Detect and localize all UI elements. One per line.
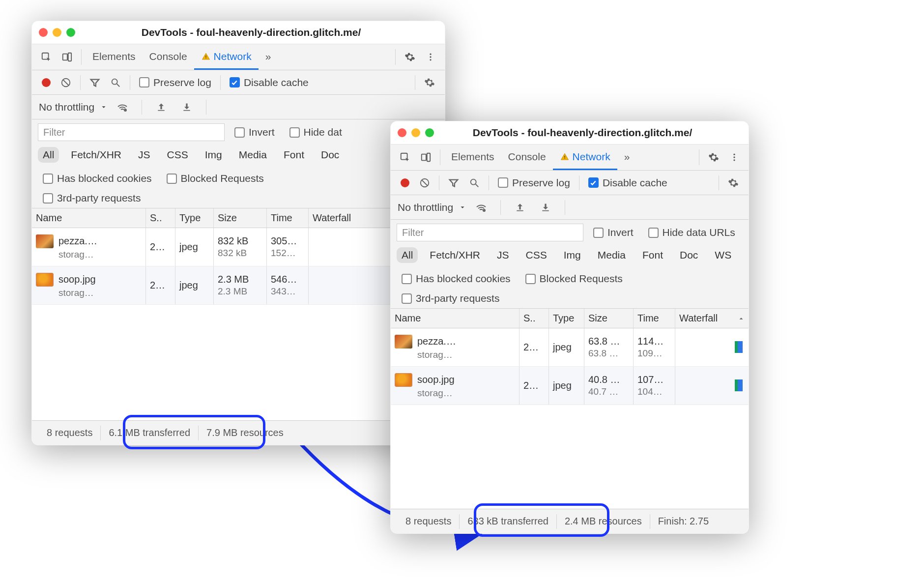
tab-console[interactable]: Console — [501, 145, 553, 170]
filter-input[interactable] — [397, 224, 583, 241]
pill-media[interactable]: Media — [593, 247, 631, 263]
col-size[interactable]: Size — [584, 309, 634, 328]
tab-overflow[interactable]: » — [617, 145, 637, 170]
pill-fetch[interactable]: Fetch/XHR — [425, 247, 485, 263]
zoom-window-icon[interactable] — [425, 128, 434, 137]
titlebar: DevTools - foul-heavenly-direction.glitc… — [391, 121, 749, 145]
search-icon[interactable] — [466, 175, 483, 191]
filter-icon[interactable] — [87, 74, 103, 91]
pill-js[interactable]: JS — [492, 247, 514, 263]
svg-rect-2 — [68, 53, 71, 61]
inspect-element-icon[interactable] — [37, 48, 55, 66]
col-type[interactable]: Type — [549, 309, 584, 328]
pill-css[interactable]: CSS — [162, 147, 193, 163]
filter-input[interactable] — [38, 123, 225, 141]
tab-network[interactable]: Network — [553, 145, 617, 170]
third-party-checkbox[interactable]: 3rd-party requests — [43, 192, 141, 204]
traffic-lights[interactable] — [398, 128, 434, 137]
status-transferred: 6.1 MB transferred — [101, 427, 198, 438]
pill-img[interactable]: Img — [559, 247, 586, 263]
close-window-icon[interactable] — [398, 128, 406, 137]
status-bar: 8 requests 633 kB transferred 2.4 MB res… — [391, 509, 749, 533]
filter-icon[interactable] — [445, 175, 462, 191]
throttling-select[interactable]: No throttling — [39, 101, 107, 113]
record-button-icon[interactable] — [42, 78, 51, 87]
traffic-lights[interactable] — [39, 28, 75, 37]
hide-data-urls-checkbox[interactable]: Hide dat — [289, 126, 342, 138]
col-status[interactable]: S.. — [520, 309, 549, 328]
kebab-icon[interactable] — [725, 148, 743, 166]
pill-doc[interactable]: Doc — [675, 247, 703, 263]
tab-console[interactable]: Console — [143, 44, 194, 70]
svg-rect-13 — [158, 110, 165, 111]
titlebar: DevTools - foul-heavenly-direction.glitc… — [32, 21, 445, 44]
throttling-select[interactable]: No throttling — [398, 202, 466, 213]
pill-js[interactable]: JS — [133, 147, 155, 163]
preserve-log-checkbox[interactable]: Preserve log — [139, 77, 211, 88]
tab-elements[interactable]: Elements — [444, 145, 501, 170]
waterfall-cell — [675, 367, 749, 405]
col-time[interactable]: Time — [267, 208, 309, 228]
kebab-icon[interactable] — [422, 48, 439, 66]
col-status[interactable]: S.. — [146, 208, 175, 228]
table-row[interactable]: pezza.… storag… 2… jpeg 63.8 …63.8 … 114… — [391, 328, 749, 367]
minimize-window-icon[interactable] — [411, 128, 420, 137]
blocked-requests-checkbox[interactable]: Blocked Requests — [525, 273, 623, 285]
status-bar: 8 requests 6.1 MB transferred 7.9 MB res… — [32, 420, 445, 445]
disable-cache-checkbox[interactable]: Disable cache — [588, 177, 667, 189]
tab-overflow[interactable]: » — [259, 44, 278, 70]
zoom-window-icon[interactable] — [66, 28, 75, 37]
download-har-icon[interactable] — [178, 99, 195, 116]
gear-icon[interactable] — [421, 74, 438, 91]
col-size[interactable]: Size — [214, 208, 267, 228]
tab-network[interactable]: Network — [194, 44, 259, 70]
pill-font[interactable]: Font — [279, 147, 309, 163]
col-name[interactable]: Name — [32, 208, 146, 228]
pill-all[interactable]: All — [38, 147, 59, 163]
table-row[interactable]: soop.jpg storag… 2… jpeg 2.3 MB2.3 MB 54… — [32, 266, 445, 305]
device-toggle-icon[interactable] — [58, 48, 76, 66]
third-party-checkbox[interactable]: 3rd-party requests — [402, 292, 499, 304]
pill-all[interactable]: All — [397, 247, 418, 263]
gear-icon[interactable] — [705, 148, 722, 166]
network-conditions-icon[interactable] — [114, 99, 131, 116]
col-waterfall[interactable]: Waterfall — [675, 309, 749, 328]
pill-doc[interactable]: Doc — [316, 147, 344, 163]
table-row[interactable]: soop.jpg storag… 2… jpeg 40.8 …40.7 … 10… — [391, 367, 749, 405]
blocked-requests-checkbox[interactable]: Blocked Requests — [167, 173, 264, 184]
hide-data-urls-checkbox[interactable]: Hide data URLs — [648, 227, 735, 238]
tab-elements[interactable]: Elements — [86, 44, 143, 70]
col-name[interactable]: Name — [391, 309, 520, 328]
gear-icon[interactable] — [401, 48, 419, 66]
network-conditions-icon[interactable] — [473, 199, 490, 216]
upload-har-icon[interactable] — [512, 199, 528, 216]
svg-point-22 — [733, 159, 735, 161]
minimize-window-icon[interactable] — [53, 28, 61, 37]
pill-fetch[interactable]: Fetch/XHR — [66, 147, 126, 163]
invert-checkbox[interactable]: Invert — [234, 126, 275, 138]
pill-media[interactable]: Media — [234, 147, 272, 163]
clear-icon[interactable] — [416, 175, 433, 191]
device-toggle-icon[interactable] — [417, 148, 434, 166]
pill-font[interactable]: Font — [637, 247, 668, 263]
blocked-cookies-checkbox[interactable]: Has blocked cookies — [402, 273, 511, 285]
upload-har-icon[interactable] — [153, 99, 170, 116]
pill-img[interactable]: Img — [200, 147, 227, 163]
preserve-log-checkbox[interactable]: Preserve log — [498, 177, 570, 189]
close-window-icon[interactable] — [39, 28, 48, 37]
col-time[interactable]: Time — [634, 309, 675, 328]
blocked-cookies-checkbox[interactable]: Has blocked cookies — [43, 173, 152, 184]
search-icon[interactable] — [107, 74, 124, 91]
throttling-bar: No throttling — [32, 95, 445, 119]
download-har-icon[interactable] — [537, 199, 554, 216]
table-row[interactable]: pezza.… storag… 2… jpeg 832 kB832 kB 305… — [32, 228, 445, 266]
disable-cache-checkbox[interactable]: Disable cache — [230, 77, 309, 88]
inspect-element-icon[interactable] — [396, 148, 414, 166]
pill-ws[interactable]: WS — [710, 247, 736, 263]
clear-icon[interactable] — [58, 74, 74, 91]
col-type[interactable]: Type — [175, 208, 214, 228]
invert-checkbox[interactable]: Invert — [593, 227, 634, 238]
record-button-icon[interactable] — [401, 178, 409, 187]
gear-icon[interactable] — [725, 175, 742, 191]
pill-css[interactable]: CSS — [521, 247, 552, 263]
